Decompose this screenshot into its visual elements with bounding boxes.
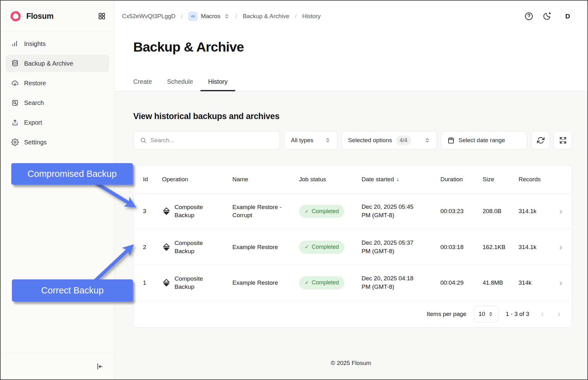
search-input-wrapper [133,131,280,150]
table-row[interactable]: 3 Composite Backup Example Restore - Cor… [134,193,572,229]
avatar[interactable]: D [560,9,575,23]
history-table: Id Operation Name Job status Date starte… [133,165,572,328]
annotation-label: Compromised Backup [28,169,117,179]
cell-size: 41.8MB [483,279,519,286]
column-header-job-status: Job status [299,176,362,183]
previous-page-icon[interactable]: ‹ [541,309,544,319]
date-range-button[interactable]: Select date range [441,131,527,150]
breadcrumb-org-id: Cx52eWvQt3PLggD [122,13,175,20]
brand-name: Flosum [26,12,53,21]
breadcrumb-section[interactable]: Backup & Archive [243,13,289,20]
chevron-up-down-icon [224,13,230,19]
dark-mode-moon-icon[interactable] [542,12,552,21]
search-input[interactable] [150,137,273,144]
next-page-icon[interactable]: › [558,309,560,319]
cell-job-status: ✓ Completed [299,276,362,289]
section-title: View historical backups and archives [133,112,279,121]
chevron-up-down-icon [325,137,331,143]
items-per-page-select[interactable]: 10 [474,306,498,322]
column-header-size: Size [483,176,519,183]
flosum-logo-icon [9,10,22,22]
page-title: Backup & Archive [133,39,244,55]
history-content: View historical backups and archives All… [114,91,587,379]
sidebar-item-export[interactable]: Export [6,114,109,131]
tab-history[interactable]: History [208,72,227,91]
cell-duration: 00:03:18 [440,244,483,251]
restore-cloud-icon [11,79,19,87]
tab-bar: Create Schedule History [133,72,228,91]
type-filter-select[interactable]: All types [284,131,337,150]
operation-label: Composite Backup [175,203,207,219]
cell-duration: 00:03:23 [440,208,483,215]
breadcrumb-page[interactable]: History [302,13,321,20]
sidebar-item-label: Restore [24,80,46,87]
cell-records: 314.1k [519,244,550,251]
type-filter-value: All types [291,137,313,144]
flosum-app: Flosum Insights [0,0,588,380]
table-pagination: Items per page 10 1 - 3 of 3 ‹ › [134,300,572,327]
table-row[interactable]: 1 Composite Backup Example Restore ✓ Com… [134,265,572,300]
annotation-compromised-backup: Compromised Backup [11,163,133,185]
sidebar-item-search[interactable]: Search [6,94,109,112]
cell-date-started: Dec 20, 2025 05:37 PM (GMT-8) [362,239,440,255]
row-chevron-icon: › [559,278,562,287]
cell-id: 1 [143,279,162,286]
status-badge: ✓ Completed [299,241,344,254]
column-header-operation: Operation [162,176,232,183]
cell-records: 314k [519,279,550,286]
filter-toolbar: All types Selected options 4/4 [114,131,587,150]
table-row[interactable]: 2 Composite Backup Example Restore ✓ Com… [134,229,572,265]
column-header-date-started[interactable]: Date started ↓ [362,176,440,183]
apps-grid-icon[interactable] [98,12,106,20]
status-badge: ✓ Completed [299,276,344,289]
sidebar-item-label: Search [24,99,44,107]
refresh-button[interactable] [531,131,550,150]
status-badge: ✓ Completed [299,205,344,218]
sidebar-item-label: Insights [24,40,46,48]
pagination-range: 1 - 3 of 3 [506,311,529,318]
cell-job-status: ✓ Completed [299,241,362,254]
options-filter-select[interactable]: Selected options 4/4 [342,131,437,150]
export-icon [11,119,19,126]
row-chevron-icon: › [559,207,562,216]
tab-create[interactable]: Create [133,72,152,91]
operation-label: Composite Backup [175,239,207,255]
database-icon [11,60,19,67]
code-icon [188,12,198,21]
tab-schedule[interactable]: Schedule [167,72,193,91]
breadcrumb: Cx52eWvQt3PLggD / Macros / Backup & Arch… [122,12,321,21]
check-icon: ✓ [305,244,309,250]
cell-name: Example Restore - Corrupt [232,203,299,219]
cell-operation: Composite Backup [162,275,232,291]
fullscreen-button[interactable] [554,131,572,150]
table-header-row: Id Operation Name Job status Date starte… [134,165,572,193]
sidebar-item-backup-archive[interactable]: Backup & Archive [6,55,109,72]
cell-date-started: Dec 20, 2025 04:18 PM (GMT-8) [362,274,440,291]
cell-name: Example Restore [232,279,299,287]
date-range-label: Select date range [459,137,505,144]
annotation-label: Correct Backup [41,285,104,296]
status-label: Completed [312,279,339,286]
help-icon[interactable] [524,12,534,21]
status-label: Completed [312,208,339,215]
collapse-sidebar-icon[interactable] [95,362,104,371]
column-header-records: Records [519,176,550,183]
gear-icon [11,138,19,146]
breadcrumb-app-selector[interactable]: Macros [188,12,230,21]
row-chevron-icon: › [559,243,562,252]
status-label: Completed [312,244,339,250]
sidebar-item-settings[interactable]: Settings [6,133,109,151]
search-doc-icon [11,99,19,107]
check-icon: ✓ [305,280,309,286]
check-icon: ✓ [305,208,309,214]
column-header-name: Name [232,176,299,183]
composite-backup-icon [162,243,171,252]
cell-duration: 00:04:29 [440,279,483,286]
sidebar-item-restore[interactable]: Restore [6,74,109,92]
composite-backup-icon [162,207,171,216]
expand-icon [559,137,567,144]
sidebar-item-insights[interactable]: Insights [6,35,109,52]
topbar: Cx52eWvQt3PLggD / Macros / Backup & Arch… [114,1,587,32]
breadcrumb-separator: / [181,13,183,20]
cell-name: Example Restore [232,243,299,251]
